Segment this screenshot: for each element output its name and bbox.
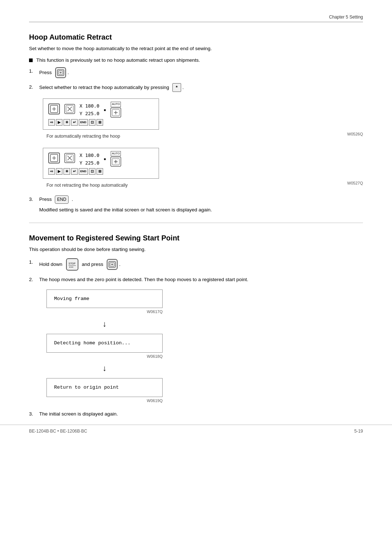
arrow-icon: ⇨	[48, 119, 55, 126]
section2-title: Movement to Registered Sewing Start Poin…	[29, 234, 363, 242]
section1-title: Hoop Automatic Retract	[29, 33, 363, 41]
end-button-label: END	[57, 196, 66, 203]
section1-intro: Set whether to move the hoop automatical…	[29, 45, 363, 52]
diagram2-code: W0527Q	[347, 180, 363, 187]
diagram2-row1: X 180.0 Y 225.0 ▪ AUTO	[48, 152, 154, 167]
s2-step3-content: The initial screen is displayed again.	[39, 410, 363, 418]
section2-intro: This operation should be done before sta…	[29, 246, 363, 253]
bullet-text: This function is previously set to no ho…	[36, 57, 200, 63]
code2-row: W0618Q	[46, 353, 163, 361]
screen-sequence: Moving frame W0617Q ↓ Detecting home pos…	[46, 289, 363, 405]
s2-step1-content: Hold down STOP ⬥⬥⬥ and press	[39, 258, 363, 271]
hoop-icon-bar1: ⊡	[89, 119, 95, 126]
screen-box-1: Moving frame	[46, 289, 163, 308]
screen2-text: Detecting home position...	[54, 340, 131, 346]
diagram1-code: W0526Q	[347, 131, 363, 138]
svg-text:STOP: STOP	[69, 262, 75, 265]
diagram1-box: X 180.0 Y 225.0 ▪ AUTO	[43, 98, 159, 130]
section-movement: Movement to Registered Sewing Start Poin…	[29, 234, 363, 418]
chapter-title: Chapter 5 Setting	[329, 15, 363, 20]
diagram2-caption-row: For not retracting the hoop automaticall…	[43, 180, 363, 190]
section2-step2: 2. The hoop moves and the zero point is …	[29, 276, 363, 405]
diagram1-row1: X 180.0 Y 225.0 ▪ AUTO	[48, 102, 154, 118]
stop-button[interactable]: STOP ⬥⬥⬥	[66, 258, 78, 271]
diagram2-caption: For not retracting the hoop automaticall…	[46, 182, 128, 189]
step2-num: 2.	[29, 83, 39, 91]
step2-period: .	[182, 85, 184, 90]
section-hoop-retract: Hoop Automatic Retract Set whether to mo…	[29, 33, 363, 214]
asterisk-button[interactable]: *	[172, 83, 181, 92]
play-icon2: ▶	[56, 168, 62, 175]
step2: 2. Select whether to retract the hoop au…	[29, 83, 363, 190]
code2: W0618Q	[46, 353, 163, 360]
chapter-header: Chapter 5 Setting	[29, 15, 363, 22]
xy-values: X 180.0 Y 225.0	[79, 102, 99, 118]
hoop-icon-bar3: ⊡	[89, 168, 95, 175]
bullet-icon	[29, 58, 33, 62]
return-icon2: ↵	[71, 168, 78, 175]
diagram2-iconbar: ⇨ ▶ ✳ ↵ END ⊡ ⊞	[48, 168, 154, 175]
auto-badge2: AUTO	[111, 151, 121, 157]
step3-note: Modified setting is saved and the initia…	[39, 206, 363, 214]
hoop-icon-bar4: ⊞	[97, 168, 103, 175]
end-icon: END	[79, 119, 88, 126]
s2-step1-num: 1.	[29, 258, 39, 266]
code3-row: W0619Q	[46, 398, 163, 405]
x-val: X 180.0	[79, 102, 99, 110]
stop-icon-inner: STOP ⬥⬥⬥	[68, 261, 76, 268]
hoop-icon-x2	[64, 153, 75, 166]
diagram1-container: X 180.0 Y 225.0 ▪ AUTO	[43, 96, 363, 141]
screen3-text: Return to origin point	[54, 385, 119, 390]
hoop-retract-button[interactable]	[55, 67, 66, 78]
bullet-item: This function is previously set to no ho…	[29, 57, 363, 63]
code1-row: W0617Q	[46, 309, 163, 316]
xy-values2: X 180.0 Y 225.0	[79, 152, 99, 167]
star-icon2: ✳	[64, 168, 70, 175]
screen1-text: Moving frame	[54, 296, 89, 301]
step1-prefix: Press	[39, 70, 52, 75]
diagram1-caption-row: For automatically retracting the hoop W0…	[43, 131, 363, 141]
footer-page: 5-19	[354, 429, 363, 434]
x-val2: X 180.0	[79, 152, 99, 159]
s2-step1-mid: and press	[82, 262, 103, 267]
auto-hoop-area: AUTO	[110, 102, 121, 118]
step1-period: .	[68, 70, 69, 75]
step1: 1. Press .	[29, 67, 363, 78]
screen-box-3: Return to origin point	[46, 378, 163, 397]
hoop-icon-bar2: ⊞	[97, 119, 103, 126]
auto-hoop-area2: AUTO	[110, 152, 121, 167]
s2-step1-prefix: Hold down	[39, 262, 62, 267]
step3-content: Press END . Modified setting is saved an…	[39, 195, 363, 214]
page-footer: BE-1204B·BC • BE-1206B·BC 5-19	[0, 425, 392, 434]
dot-sep2: ▪	[104, 154, 106, 165]
step3-period: .	[72, 197, 73, 202]
svg-text:⬥⬥⬥: ⬥⬥⬥	[69, 266, 73, 268]
step2-content: Select whether to retract the hoop autom…	[39, 83, 363, 190]
s2-step2-text: The hoop moves and the zero point is det…	[39, 277, 248, 282]
step1-num: 1.	[29, 67, 39, 75]
arrow-down-1: ↓	[46, 317, 163, 330]
diagram1-iconbar: ⇨ ▶ ✳ ↵ END ⊡ ⊞	[48, 119, 154, 126]
hoop-icon-x	[64, 104, 75, 117]
diagram2-container: X 180.0 Y 225.0 ▪ AUTO	[43, 145, 363, 190]
footer-model: BE-1204B·BC • BE-1206B·BC	[29, 429, 87, 434]
end-button[interactable]: END	[55, 195, 68, 204]
y-val2: Y 225.0	[79, 159, 99, 167]
hoop-icon-large-left	[48, 104, 60, 117]
star-icon: ✳	[64, 119, 70, 126]
code1: W0617Q	[46, 309, 163, 315]
s2-step2-num: 2.	[29, 276, 39, 284]
section2-step1: 1. Hold down STOP ⬥⬥⬥ and press	[29, 258, 363, 271]
hoop-retract-icon	[57, 69, 64, 76]
play-icon: ▶	[56, 119, 62, 126]
hoop-btn-icon	[109, 261, 116, 268]
s2-step1-period: .	[119, 262, 121, 267]
arrow-icon2: ⇨	[48, 168, 55, 175]
step3-num: 3.	[29, 195, 39, 203]
return-icon: ↵	[71, 119, 78, 126]
s2-step3-num: 3.	[29, 410, 39, 418]
hoop-button-step1[interactable]	[107, 259, 118, 270]
section2-step3: 3. The initial screen is displayed again…	[29, 410, 363, 418]
hoop-icon-large-left2	[48, 153, 60, 166]
code3: W0619Q	[46, 398, 163, 404]
